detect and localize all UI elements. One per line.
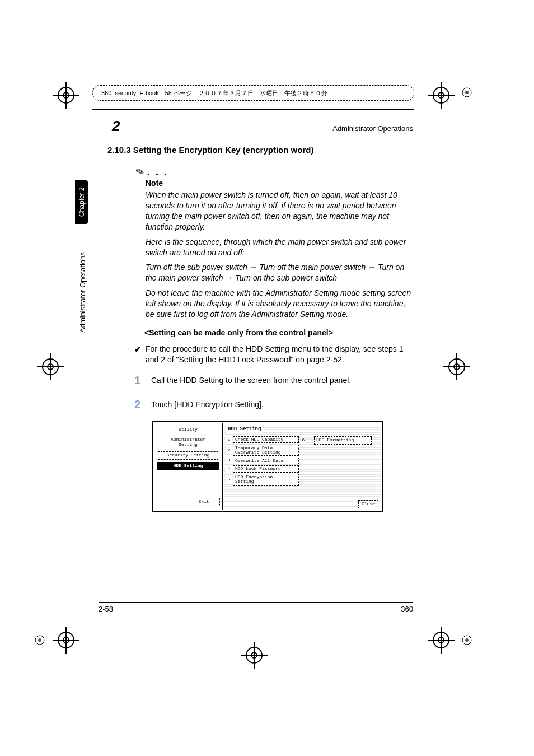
lcd-option-2[interactable]: 2Temporary Data Overwrite Setting <box>226 445 299 456</box>
check-text: For the procedure to call the HDD Settin… <box>146 344 413 365</box>
note-p1: When the main power switch is turned off… <box>146 190 413 232</box>
lcd-btn-hdd-setting[interactable]: HDD Setting <box>157 462 219 470</box>
lcd-btn-exit[interactable]: Exit <box>188 498 220 506</box>
page-footer: 2-58 360 <box>99 602 413 613</box>
check-icon: ✔ <box>134 344 146 355</box>
arrow-icon: → <box>250 263 257 272</box>
reg-mark-mid-left <box>34 350 67 384</box>
reg-mark-bot-left <box>49 623 83 657</box>
step-number: 2 <box>134 397 151 412</box>
lcd-option-5[interactable]: 5HDD Encryption Setting <box>226 474 299 486</box>
page-body: 2.10.3 Setting the Encryption Key (encry… <box>107 144 413 512</box>
lcd-btn-utility[interactable]: Utility <box>157 426 219 434</box>
corner-dot-bl <box>35 635 45 645</box>
arrow-icon: → <box>225 273 233 282</box>
step-number: 1 <box>134 373 151 388</box>
print-header-strip: 360_security_E.book 58 ページ ２００７年３月７日 水曜日… <box>92 85 414 101</box>
section-title: 2.10.3 Setting the Encryption Key (encry… <box>107 144 413 156</box>
lcd-screenshot: Utility Administrator Setting Security S… <box>152 421 383 512</box>
note-body: When the main power switch is turned off… <box>146 190 413 320</box>
step-2-text: Touch [HDD Encryption Setting]. <box>151 397 413 410</box>
svg-point-31 <box>465 638 469 642</box>
side-label: Administrator Operations <box>78 241 87 344</box>
arrow-icon: → <box>368 263 376 272</box>
lcd-right-pane: HDD Setting 1Check HDD Capacity 2Tempora… <box>224 423 381 510</box>
step-1: 1 Call the HDD Setting to the screen fro… <box>134 373 413 388</box>
side-label-text: Administrator Operations <box>78 253 87 333</box>
chapter-number: 2 <box>112 118 120 135</box>
step-1-text: Call the HDD Setting to the screen from … <box>151 373 413 386</box>
note-p3: Turn off the sub power switch → Turn off… <box>146 262 413 283</box>
reg-mark-top-right <box>424 78 458 112</box>
note-p2: Here is the sequence, through which the … <box>146 237 413 258</box>
lcd-left-pane: Utility Administrator Setting Security S… <box>154 423 223 510</box>
lcd-option-3[interactable]: 3Overwrite All Data <box>226 457 299 464</box>
lcd-btn-security[interactable]: Security Setting <box>157 451 219 460</box>
lcd-btn-close[interactable]: Close <box>358 500 378 508</box>
running-header-rule <box>99 132 413 132</box>
lcd-option-6[interactable]: 6HDD Formatting <box>301 436 372 445</box>
side-tab-chapter-text: Chapter 2 <box>78 188 86 217</box>
reg-mark-mid-right <box>440 350 474 384</box>
check-line: ✔ For the procedure to call the HDD Sett… <box>134 344 413 365</box>
reg-mark-bot-center <box>237 638 271 672</box>
lcd-option-4[interactable]: 4HDD Lock Password <box>226 465 299 473</box>
sub-heading: <Setting can be made only from the contr… <box>144 328 413 338</box>
lcd-pane-title: HDD Setting <box>226 425 263 433</box>
note-icon: ✎ . . . <box>135 166 441 177</box>
footer-model: 360 <box>401 605 413 613</box>
reg-mark-bot-right <box>424 623 458 657</box>
print-header-text: 360_security_E.book 58 ページ ２００７年３月７日 水曜日… <box>101 89 327 97</box>
running-header: 2 Administrator Operations <box>112 118 413 135</box>
side-tab-chapter: Chapter 2 <box>75 180 88 224</box>
step-2: 2 Touch [HDD Encryption Setting]. <box>134 397 413 412</box>
svg-point-29 <box>465 91 469 94</box>
lcd-btn-admin[interactable]: Administrator Setting <box>157 436 219 449</box>
svg-point-33 <box>38 638 41 642</box>
corner-dot-tr <box>462 87 472 97</box>
reg-mark-top-left <box>49 78 83 112</box>
note-p4: Do not leave the machine with the Admini… <box>146 288 413 320</box>
footer-page: 2-58 <box>99 605 113 613</box>
corner-dot-br <box>462 635 472 645</box>
note-label: Note <box>146 178 413 189</box>
lcd-option-1[interactable]: 1Check HDD Capacity <box>226 436 299 444</box>
